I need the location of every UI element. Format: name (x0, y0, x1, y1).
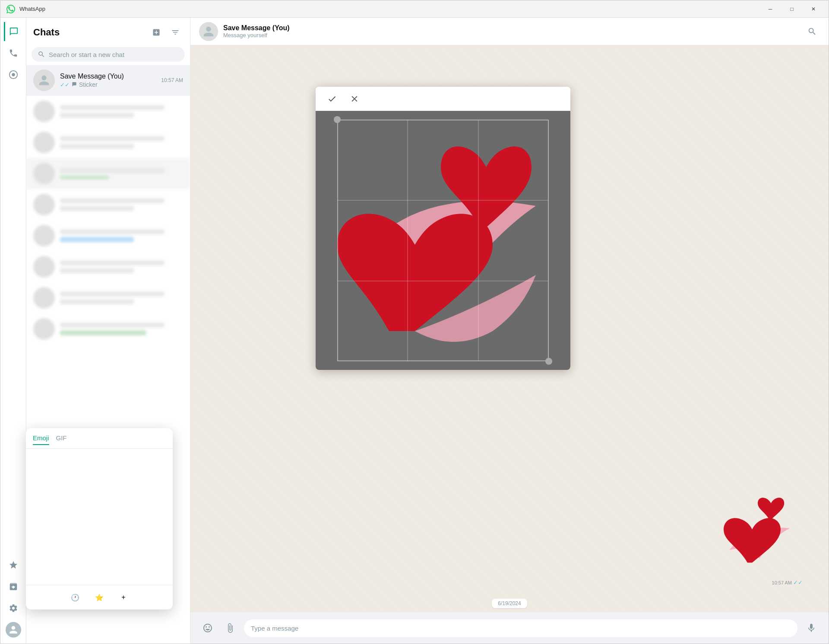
chat-info: Save Message (You) ✓✓ Sticker (60, 73, 156, 88)
sidebar-item-archived[interactable] (4, 577, 23, 596)
chat-search-button[interactable] (804, 24, 820, 39)
chat-bottom: 6/19/2024 (190, 594, 829, 644)
attach-button[interactable] (221, 619, 239, 637)
new-chat-button[interactable] (149, 25, 164, 40)
blurred-chat-3 (26, 158, 190, 189)
sticker-bubble (716, 489, 803, 576)
sticker-picker-content (26, 449, 173, 585)
crop-handle-tl[interactable] (334, 116, 341, 123)
window-controls: ─ □ ✕ (760, 2, 823, 16)
sidebar-item-settings[interactable] (4, 599, 23, 618)
blurred-chat-2 (26, 127, 190, 158)
chat-list-header: Chats (26, 18, 190, 44)
whatsapp-logo-icon (6, 4, 16, 14)
app-window: WhatsApp ─ □ ✕ (0, 0, 829, 644)
search-icon (38, 51, 45, 58)
blurred-chat-1 (26, 96, 190, 127)
emoji-button[interactable] (199, 619, 216, 637)
date-divider: 6/19/2024 (190, 599, 829, 608)
crop-grid (337, 120, 549, 361)
filter-icon (171, 28, 180, 37)
message-input[interactable] (244, 619, 797, 637)
search-icon (807, 27, 817, 36)
avatar-icon (38, 74, 50, 86)
starred-icon (9, 560, 18, 570)
chat-header-name: Save Message (You) (223, 24, 799, 32)
emoji-icon (203, 623, 213, 633)
status-icon (9, 70, 18, 79)
sticker-add-btn[interactable]: + (116, 590, 131, 605)
chat-list-panel: Chats (26, 18, 190, 644)
sidebar-item-profile[interactable] (4, 620, 23, 639)
tab-gif[interactable]: GIF (56, 432, 67, 445)
app-body: Chats (0, 18, 829, 644)
chat-icon (9, 27, 19, 36)
chat-name: Save Message (You) (60, 73, 156, 80)
chat-time: 10:57 AM (161, 77, 183, 83)
chat-list-actions (149, 25, 183, 40)
blurred-chat-7 (26, 282, 190, 313)
tick-icon: ✓✓ (60, 82, 70, 88)
crop-cancel-button[interactable] (347, 91, 362, 107)
header-avatar-icon (203, 25, 215, 38)
blurred-chat-8 (26, 313, 190, 344)
crop-sticker-preview (337, 120, 549, 361)
save-message-avatar (33, 69, 55, 91)
sidebar-item-calls[interactable] (4, 44, 23, 63)
chat-main: Save Message (You) Message yourself (190, 18, 829, 644)
blurred-chat-4 (26, 189, 190, 220)
date-pill: 6/19/2024 (492, 599, 527, 608)
chat-header: Save Message (You) Message yourself (190, 18, 829, 45)
icon-sidebar (0, 18, 26, 644)
sticker-picker-tabs: Emoji GIF (26, 428, 173, 449)
blurred-chat-5 (26, 220, 190, 251)
sticker-favorites-btn[interactable]: ⭐ (92, 590, 107, 605)
chat-input-bar (190, 612, 829, 644)
sidebar-item-chats[interactable] (4, 22, 23, 41)
filter-button[interactable] (168, 25, 183, 40)
mic-icon (806, 623, 816, 633)
crop-confirm-button[interactable] (324, 91, 340, 107)
attach-icon (225, 623, 235, 633)
chat-preview-text: Sticker (79, 81, 98, 88)
close-icon (350, 94, 359, 104)
sticker-recents-btn[interactable]: 🕐 (67, 590, 83, 605)
checkmark-icon (327, 94, 337, 104)
svg-point-1 (12, 73, 15, 76)
crop-toolbar (316, 87, 570, 111)
profile-icon (9, 625, 18, 635)
sidebar-top (4, 22, 23, 553)
sidebar-item-status[interactable] (4, 65, 23, 84)
sticker-preview-icon (71, 82, 77, 88)
window-title: WhatsApp (19, 6, 757, 12)
blurred-chat-6 (26, 251, 190, 282)
sticker-crop-overlay (316, 87, 570, 370)
close-button[interactable]: ✕ (804, 2, 823, 16)
hearts-sticker (716, 489, 803, 576)
sticker-picker-popup: Emoji GIF 🕐 ⭐ + (26, 428, 173, 609)
sticker-message: 10:57 AM ✓✓ (199, 489, 803, 586)
calls-icon (9, 48, 18, 58)
tab-emoji[interactable]: Emoji (33, 432, 49, 445)
minimize-button[interactable]: ─ (760, 2, 780, 16)
sidebar-bottom (4, 556, 23, 639)
settings-icon (9, 603, 18, 613)
message-tick: ✓✓ (793, 579, 803, 586)
new-chat-icon (152, 28, 161, 37)
search-input[interactable] (49, 51, 179, 58)
mic-button[interactable] (803, 619, 820, 637)
chat-item-save-message[interactable]: Save Message (You) ✓✓ Sticker 10:57 AM (26, 65, 190, 96)
maximize-button[interactable]: □ (782, 2, 802, 16)
search-bar (32, 47, 185, 62)
chat-preview: ✓✓ Sticker (60, 81, 156, 88)
message-timestamp: 10:57 AM ✓✓ (772, 579, 803, 586)
crop-area (316, 111, 570, 370)
chat-header-info: Save Message (You) Message yourself (223, 24, 799, 38)
chat-header-avatar (199, 22, 218, 41)
archived-icon (9, 582, 18, 591)
crop-handle-br[interactable] (545, 358, 552, 365)
sidebar-item-starred[interactable] (4, 556, 23, 575)
chats-title: Chats (33, 27, 60, 38)
chat-header-status: Message yourself (223, 32, 799, 38)
titlebar: WhatsApp ─ □ ✕ (0, 0, 829, 18)
